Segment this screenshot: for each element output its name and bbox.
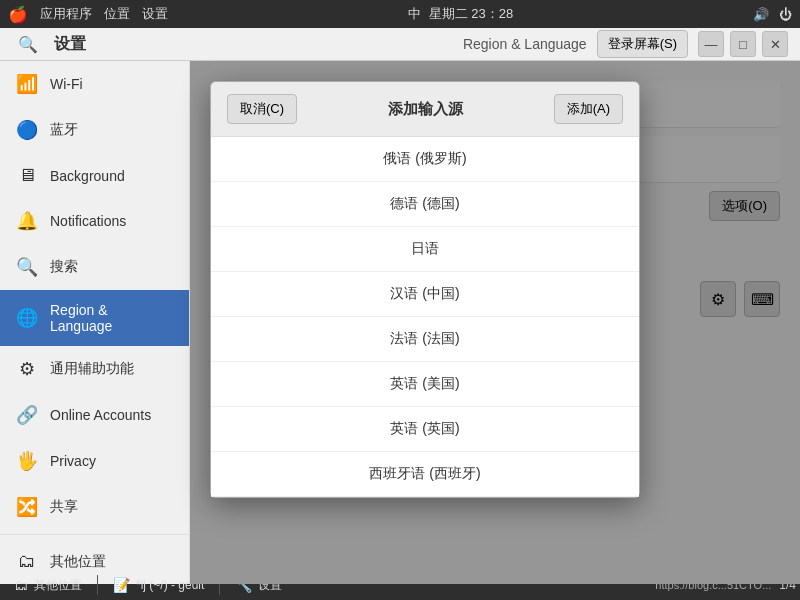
sidebar-divider bbox=[0, 534, 189, 535]
window-controls: — □ ✕ bbox=[698, 31, 788, 57]
list-item[interactable]: 英语 (美国) bbox=[211, 362, 639, 407]
sidebar-item-online-accounts[interactable]: 🔗 Online Accounts bbox=[0, 392, 189, 438]
add-input-source-modal: 取消(C) 添加输入源 添加(A) 俄语 (俄罗斯) 德语 (德国) 日语 汉语… bbox=[210, 81, 640, 498]
taskbar-divider bbox=[97, 575, 98, 595]
sidebar-item-label: 通用辅助功能 bbox=[50, 360, 134, 378]
minimize-button[interactable]: — bbox=[698, 31, 724, 57]
sidebar-item-sharing[interactable]: 🔀 共享 bbox=[0, 484, 189, 530]
sidebar-item-label: Background bbox=[50, 168, 125, 184]
content-area: 📶 Wi-Fi 🔵 蓝牙 🖥 Background 🔔 Notification… bbox=[0, 61, 800, 584]
modal-add-button[interactable]: 添加(A) bbox=[554, 94, 623, 124]
top-bar-center: 中 星期二 23：28 bbox=[408, 5, 514, 23]
sidebar-item-label: Wi-Fi bbox=[50, 76, 83, 92]
sidebar-item-search[interactable]: 🔍 搜索 bbox=[0, 244, 189, 290]
sidebar-item-accessibility[interactable]: ⚙ 通用辅助功能 bbox=[0, 346, 189, 392]
sidebar-item-label: Privacy bbox=[50, 453, 96, 469]
search-button[interactable]: 🔍 bbox=[12, 28, 44, 60]
list-item[interactable]: 英语 (英国) bbox=[211, 407, 639, 452]
sidebar-item-wifi[interactable]: 📶 Wi-Fi bbox=[0, 61, 189, 107]
sidebar-item-label: Online Accounts bbox=[50, 407, 151, 423]
bluetooth-icon: 🔵 bbox=[16, 119, 38, 141]
modal-cancel-button[interactable]: 取消(C) bbox=[227, 94, 297, 124]
sidebar-item-privacy[interactable]: 🖐 Privacy bbox=[0, 438, 189, 484]
top-bar-left: 🍎 应用程序 位置 设置 bbox=[8, 5, 168, 24]
list-item[interactable]: 俄语 (俄罗斯) bbox=[211, 137, 639, 182]
power-icon[interactable]: ⏻ bbox=[779, 7, 792, 22]
sidebar-item-notifications[interactable]: 🔔 Notifications bbox=[0, 198, 189, 244]
sidebar-item-label: 蓝牙 bbox=[50, 121, 78, 139]
accessibility-icon: ⚙ bbox=[16, 358, 38, 380]
other-places-icon: 🗂 bbox=[16, 551, 38, 572]
search-icon: 🔍 bbox=[16, 256, 38, 278]
window-title: 设置 bbox=[54, 34, 463, 55]
sidebar-item-background[interactable]: 🖥 Background bbox=[0, 153, 189, 198]
top-bar-right: 🔊 ⏻ bbox=[753, 7, 792, 22]
sidebar-item-region[interactable]: 🌐 Region & Language bbox=[0, 290, 189, 346]
sharing-icon: 🔀 bbox=[16, 496, 38, 518]
modal-title: 添加输入源 bbox=[388, 100, 463, 119]
clock: 星期二 23：28 bbox=[429, 5, 514, 23]
menu-app[interactable]: 应用程序 bbox=[40, 5, 92, 23]
list-item[interactable]: 汉语 (中国) bbox=[211, 272, 639, 317]
region-icon: 🌐 bbox=[16, 307, 38, 329]
main-window: 🔍 设置 Region & Language 登录屏幕(S) — □ ✕ 📶 W… bbox=[0, 28, 800, 570]
locale-indicator: 中 bbox=[408, 5, 421, 23]
list-item[interactable]: 德语 (德国) bbox=[211, 182, 639, 227]
gedit-icon: 📝 bbox=[113, 577, 130, 593]
modal-overlay: 取消(C) 添加输入源 添加(A) 俄语 (俄罗斯) 德语 (德国) 日语 汉语… bbox=[190, 61, 800, 584]
sidebar-item-label: 搜索 bbox=[50, 258, 78, 276]
sidebar-item-label: Notifications bbox=[50, 213, 126, 229]
menu-settings[interactable]: 设置 bbox=[142, 5, 168, 23]
taskbar-item-files[interactable]: 🗂 其他位置 bbox=[4, 573, 92, 597]
sidebar-item-label: 其他位置 bbox=[50, 553, 106, 571]
apple-icon[interactable]: 🍎 bbox=[8, 5, 28, 24]
sidebar-item-bluetooth[interactable]: 🔵 蓝牙 bbox=[0, 107, 189, 153]
menu-location[interactable]: 位置 bbox=[104, 5, 130, 23]
background-icon: 🖥 bbox=[16, 165, 38, 186]
login-screen-button[interactable]: 登录屏幕(S) bbox=[597, 30, 688, 58]
online-accounts-icon: 🔗 bbox=[16, 404, 38, 426]
region-language-label: Region & Language bbox=[463, 36, 587, 52]
volume-icon[interactable]: 🔊 bbox=[753, 7, 769, 22]
privacy-icon: 🖐 bbox=[16, 450, 38, 472]
notifications-icon: 🔔 bbox=[16, 210, 38, 232]
window-titlebar: 🔍 设置 Region & Language 登录屏幕(S) — □ ✕ bbox=[0, 28, 800, 61]
files-icon: 🗂 bbox=[14, 577, 28, 593]
close-button[interactable]: ✕ bbox=[762, 31, 788, 57]
main-panel: 汉语 (中国) 中国 (汉语) 选项(O) ⚙ ⌨ bbox=[190, 61, 800, 584]
sidebar: 📶 Wi-Fi 🔵 蓝牙 🖥 Background 🔔 Notification… bbox=[0, 61, 190, 584]
taskbar-item-label: 其他位置 bbox=[34, 577, 82, 594]
sidebar-item-label: 共享 bbox=[50, 498, 78, 516]
sidebar-item-label: Region & Language bbox=[50, 302, 173, 334]
maximize-button[interactable]: □ bbox=[730, 31, 756, 57]
list-item[interactable]: 日语 bbox=[211, 227, 639, 272]
wifi-icon: 📶 bbox=[16, 73, 38, 95]
list-item[interactable]: 法语 (法国) bbox=[211, 317, 639, 362]
list-item[interactable]: 西班牙语 (西班牙) bbox=[211, 452, 639, 497]
modal-list: 俄语 (俄罗斯) 德语 (德国) 日语 汉语 (中国) 法语 (法国) 英语 (… bbox=[211, 137, 639, 497]
modal-header: 取消(C) 添加输入源 添加(A) bbox=[211, 82, 639, 137]
top-bar: 🍎 应用程序 位置 设置 中 星期二 23：28 🔊 ⏻ bbox=[0, 0, 800, 28]
